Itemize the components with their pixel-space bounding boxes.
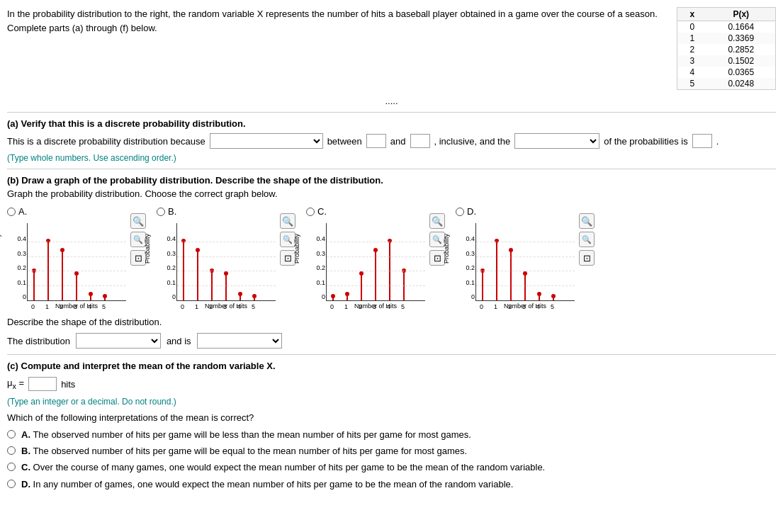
radio-option-3[interactable] (7, 480, 16, 488)
part-b-label: (b) Draw a graph of the probability dist… (7, 175, 776, 186)
graph-dot (345, 292, 349, 296)
distribution-dropdown[interactable]: P(x) is between 0 and 1 sum equals 1 (210, 133, 323, 149)
graph-bar (361, 273, 362, 300)
graph-dot (537, 292, 541, 296)
radio-c[interactable] (306, 208, 315, 216)
graph-dot (238, 292, 242, 296)
type-hint-a: (Type whole numbers. Use ascending order… (7, 153, 776, 163)
graph-dot (373, 248, 378, 252)
y-label-b: Probability (144, 234, 151, 264)
graph-dot (89, 292, 93, 296)
table-col-px: P(x) (707, 8, 775, 21)
graph-dot (224, 271, 228, 276)
graph-b-area: 0.4 0.3 0.2 0.1 0 012345 (176, 223, 276, 301)
graph-c-area: 0.4 0.3 0.2 0.1 0 012345 (326, 223, 425, 301)
describe-label: Describe the shape of the distribution. (7, 317, 776, 327)
graph-bar (225, 273, 227, 300)
graph-dot (551, 294, 556, 298)
sum-dropdown[interactable]: sum mean (514, 133, 599, 149)
radio-option-2[interactable] (7, 463, 16, 471)
distribution-shape-row: The distribution skewed right skewed lef… (7, 333, 776, 349)
graph-b-label: B. (168, 206, 176, 217)
mean-row: μx = hits (7, 377, 776, 391)
table-row: 10.3369 (677, 33, 775, 44)
graph-dot (60, 248, 64, 252)
graph-bar (510, 250, 512, 300)
graph-dot (196, 248, 200, 252)
distribution-shape-dropdown[interactable]: skewed right skewed left symmetric unifo… (76, 333, 161, 349)
graph-dot (359, 271, 364, 276)
graph-a-area: 0.4 0.3 0.2 0.1 0 012345 (27, 223, 126, 301)
y-label-d: Probability (443, 234, 450, 264)
radio-option-1[interactable] (7, 446, 16, 455)
graph-d-area: 0.4 0.3 0.2 0.1 0 012345 (475, 223, 575, 301)
graph-bar (76, 273, 77, 300)
part-a-sentence: This is a discrete probability distribut… (7, 133, 776, 149)
between-lower-input[interactable] (366, 134, 386, 148)
graph-d-label: D. (467, 206, 476, 217)
table-row: 00.1664 (677, 21, 775, 33)
graph-option-d: D. Probability 0.4 0.3 0.2 0.1 0 012345 … (456, 206, 595, 310)
graph-dot (252, 294, 257, 298)
part-a-label: (a) Verify that this is a discrete proba… (7, 118, 776, 129)
graph-bar (62, 250, 63, 300)
radio-b[interactable] (157, 208, 165, 216)
zoom-in-d[interactable]: 🔍 (579, 213, 595, 229)
choose-graph-label: Graph the probability distribution. Choo… (7, 188, 776, 199)
radio-d[interactable] (456, 208, 464, 216)
graph-bar (524, 273, 526, 300)
graph-dot (103, 294, 107, 298)
probability-table: x P(x) 00.166410.336920.285230.150240.03… (677, 7, 776, 90)
zoom-in-a[interactable]: 🔍 (130, 213, 146, 229)
sum-value-input[interactable] (692, 134, 712, 148)
zoom-in-c[interactable]: 🔍 (429, 213, 445, 229)
radio-a[interactable] (7, 208, 16, 216)
table-row: 40.0365 (677, 67, 775, 78)
zoom-out-d[interactable]: 🔍 (579, 232, 595, 247)
problem-statement: In the probability distribution to the r… (7, 7, 670, 90)
y-label-c: Probability (293, 234, 300, 264)
table-row: 30.1502 (677, 55, 775, 67)
distribution-type-dropdown[interactable]: unimodal bimodal multimodal (197, 333, 282, 349)
answer-option-a: A. The observed number of hits per game … (7, 429, 776, 441)
graph-bar (197, 250, 198, 300)
radio-option-0[interactable] (7, 430, 16, 438)
answer-option-c: C. Over the course of many games, one wo… (7, 461, 776, 474)
part-c-label: (c) Compute and interpret the mean of th… (7, 361, 776, 371)
graph-dot (331, 294, 335, 298)
graph-dot (523, 271, 527, 276)
answer-option-d: D. In any number of games, one would exp… (7, 478, 776, 491)
answer-options: A. The observed number of hits per game … (7, 429, 776, 491)
zoom-in-b[interactable]: 🔍 (280, 213, 295, 229)
graph-dot (509, 248, 513, 252)
table-row: 20.2852 (677, 44, 775, 55)
y-label-a: Probability (0, 234, 1, 264)
graph-d-icons: 🔍 🔍 ⊡ (579, 213, 595, 310)
tools-bar: ..... (7, 96, 776, 106)
table-col-x: x (677, 8, 707, 21)
type-hint-c: (Type an integer or a decimal. Do not ro… (7, 397, 776, 407)
graph-c-label: C. (317, 206, 327, 217)
graph-option-b: B. Probability 0.4 0.3 0.2 0.1 0 012345 … (157, 206, 295, 310)
between-upper-input[interactable] (410, 134, 430, 148)
graph-option-c: C. Probability 0.4 0.3 0.2 0.1 0 012345 … (306, 206, 445, 310)
graph-option-a: A. Probability 0.4 0.3 0.2 0.1 0 012345 … (7, 206, 146, 310)
graphs-row: A. Probability 0.4 0.3 0.2 0.1 0 012345 … (7, 206, 776, 310)
mean-input[interactable] (28, 377, 57, 391)
table-row: 50.0248 (677, 78, 775, 89)
answer-option-b: B. The observed number of hits per game … (7, 445, 776, 458)
graph-a-label: A. (18, 206, 27, 217)
expand-d[interactable]: ⊡ (579, 250, 595, 266)
graph-dot (74, 271, 79, 276)
interpret-label: Which of the following interpretations o… (7, 412, 776, 423)
graph-bar (375, 250, 376, 300)
